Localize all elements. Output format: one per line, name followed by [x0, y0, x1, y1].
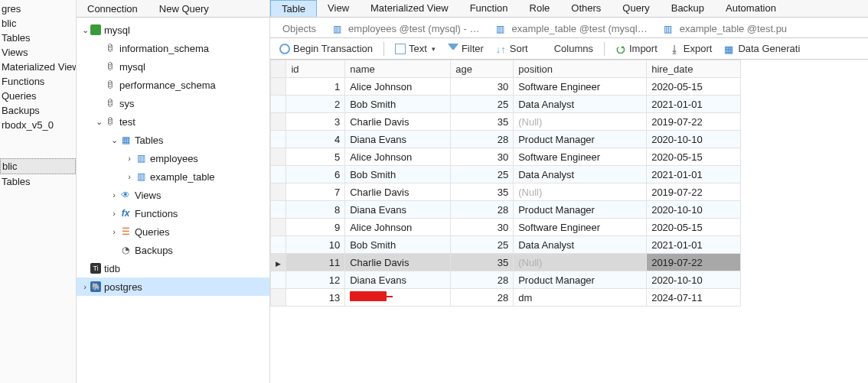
row-gutter[interactable] [271, 166, 286, 183]
cell-hire-date[interactable]: 2024-07-11 [647, 289, 741, 307]
cell-hire-date[interactable]: 2019-07-22 [647, 113, 741, 131]
tree-node-database-test[interactable]: ⌄ 🛢 test [77, 112, 269, 131]
cell-hire-date[interactable]: 2020-10-10 [647, 271, 741, 289]
chevron-right-icon[interactable]: › [124, 154, 135, 163]
cell-name[interactable]: Charlie Davis [345, 254, 451, 271]
menu-role[interactable]: Role [519, 0, 561, 17]
cell-name[interactable]: Charlie Davis [345, 113, 451, 131]
cell-hire-date[interactable]: 2020-05-15 [647, 148, 741, 166]
cell-name[interactable]: Diana Evans [345, 271, 451, 289]
tab-example-table-pg[interactable]: ▥ example_table @test.pu [655, 20, 795, 37]
row-gutter[interactable] [271, 96, 286, 113]
tree-node-functions[interactable]: › fx Functions [77, 204, 269, 222]
cell-name[interactable] [345, 289, 451, 307]
export-button[interactable]: ⭳ Export [665, 41, 717, 56]
data-grid[interactable]: id name age position hire_date 1Alice Jo… [270, 60, 741, 307]
menu-function[interactable]: Function [459, 0, 519, 17]
cell-position[interactable]: Data Analyst [514, 236, 647, 254]
chevron-down-icon[interactable]: ⌄ [93, 117, 104, 127]
cell-hire-date[interactable]: 2020-05-15 [647, 219, 741, 236]
tree-node-table-employees[interactable]: › ▥ employees [77, 149, 269, 167]
cell-age[interactable]: 25 [451, 166, 514, 183]
chevron-right-icon[interactable]: › [124, 172, 135, 181]
columns-button[interactable]: Columns [536, 41, 598, 56]
menu-view[interactable]: View [317, 0, 360, 17]
cell-age[interactable]: 28 [451, 201, 514, 219]
cell-position[interactable]: Software Engineer [514, 78, 647, 96]
menu-query[interactable]: Query [612, 0, 660, 17]
tab-objects[interactable]: Objects [275, 20, 324, 37]
cell-position[interactable]: Product Manager [514, 131, 647, 148]
table-row[interactable]: 4Diana Evans28Product Manager2020-10-10 [271, 131, 741, 148]
cell-name[interactable]: Alice Johnson [345, 219, 451, 236]
cell-id[interactable]: 1 [286, 78, 345, 96]
cell-id[interactable]: 2 [286, 96, 345, 113]
cell-age[interactable]: 28 [451, 131, 514, 148]
row-gutter[interactable] [271, 236, 286, 254]
tree-node-mysql-connection[interactable]: ⌄ mysql [77, 21, 269, 39]
tree-node-queries[interactable]: › ☰ Queries [77, 222, 269, 241]
data-generation-button[interactable]: ▦ Data Generati [720, 41, 804, 56]
leftbar-item[interactable]: Queries [0, 89, 76, 103]
menu-automation[interactable]: Automation [715, 0, 787, 17]
cell-name[interactable]: Diana Evans [345, 201, 451, 219]
cell-position[interactable]: (Null) [514, 183, 647, 201]
cell-id[interactable]: 8 [286, 201, 345, 219]
cell-name[interactable]: Charlie Davis [345, 183, 451, 201]
tree-node-table-example[interactable]: › ▥ example_table [77, 167, 269, 186]
cell-id[interactable]: 4 [286, 131, 345, 148]
table-row[interactable]: 6Bob Smith25Data Analyst2021-01-01 [271, 166, 741, 183]
table-row[interactable]: 1Alice Johnson30Software Engineer2020-05… [271, 78, 741, 96]
text-view-button[interactable]: Text ▾ [390, 41, 440, 56]
cell-name[interactable]: Diana Evans [345, 131, 451, 148]
new-query-menu[interactable]: New Query [148, 1, 220, 17]
leftbar-item[interactable]: gres [0, 2, 76, 16]
table-row[interactable]: 2Bob Smith25Data Analyst2021-01-01 [271, 96, 741, 113]
cell-hire-date[interactable]: 2020-10-10 [647, 201, 741, 219]
cell-position[interactable]: dm [514, 289, 647, 307]
leftbar-item[interactable]: blic [0, 16, 76, 31]
row-gutter[interactable] [271, 201, 286, 219]
cell-id[interactable]: 12 [286, 271, 345, 289]
cell-hire-date[interactable]: 2021-01-01 [647, 236, 741, 254]
leftbar-item[interactable]: rbodx_v5_0 [0, 118, 76, 132]
leftbar-item[interactable]: Tables [0, 31, 76, 45]
cell-hire-date[interactable]: 2019-07-22 [647, 254, 741, 271]
column-header-position[interactable]: position [514, 60, 647, 78]
import-button[interactable]: ⭯ Import [611, 41, 662, 56]
cell-id[interactable]: 7 [286, 183, 345, 201]
cell-age[interactable]: 25 [451, 96, 514, 113]
cell-name[interactable]: Alice Johnson [345, 78, 451, 96]
cell-age[interactable]: 35 [451, 183, 514, 201]
cell-age[interactable]: 30 [451, 219, 514, 236]
leftbar-item[interactable]: Views [0, 45, 76, 60]
table-row[interactable]: 11Charlie Davis35(Null)2019-07-22 [271, 254, 741, 271]
cell-id[interactable]: 5 [286, 148, 345, 166]
cell-hire-date[interactable]: 2020-05-15 [647, 78, 741, 96]
tree-node-database[interactable]: 🛢 mysql [77, 57, 269, 76]
cell-hire-date[interactable]: 2020-10-10 [647, 131, 741, 148]
tree-node-postgres-connection[interactable]: › 🐘 postgres [77, 278, 269, 296]
cell-age[interactable]: 35 [451, 254, 514, 271]
tree-node-database[interactable]: 🛢 sys [77, 94, 269, 112]
tab-example-table-mysql[interactable]: ▥ example_table @test (mysql… [487, 20, 654, 37]
table-row[interactable]: 9Alice Johnson30Software Engineer2020-05… [271, 219, 741, 236]
leftbar-item[interactable]: Tables [0, 174, 76, 189]
cell-name[interactable]: Bob Smith [345, 96, 451, 113]
table-row[interactable]: 3Charlie Davis35(Null)2019-07-22 [271, 113, 741, 131]
row-gutter[interactable] [271, 148, 286, 166]
chevron-right-icon[interactable]: › [109, 227, 119, 236]
cell-id[interactable]: 3 [286, 113, 345, 131]
tab-employees[interactable]: ▥ employees @test (mysql) - … [324, 20, 487, 37]
begin-transaction-button[interactable]: Begin Transaction [275, 41, 377, 56]
row-gutter[interactable] [271, 219, 286, 236]
chevron-down-icon[interactable]: ⌄ [109, 135, 119, 145]
row-gutter[interactable] [271, 254, 286, 271]
table-row[interactable]: 12Diana Evans28Product Manager2020-10-10 [271, 271, 741, 289]
filter-button[interactable]: Filter [443, 41, 488, 56]
cell-id[interactable]: 10 [286, 236, 345, 254]
cell-id[interactable]: 9 [286, 219, 345, 236]
cell-age[interactable]: 28 [451, 271, 514, 289]
sort-button[interactable]: ↓↑ Sort [491, 41, 533, 56]
cell-position[interactable]: Product Manager [514, 201, 647, 219]
